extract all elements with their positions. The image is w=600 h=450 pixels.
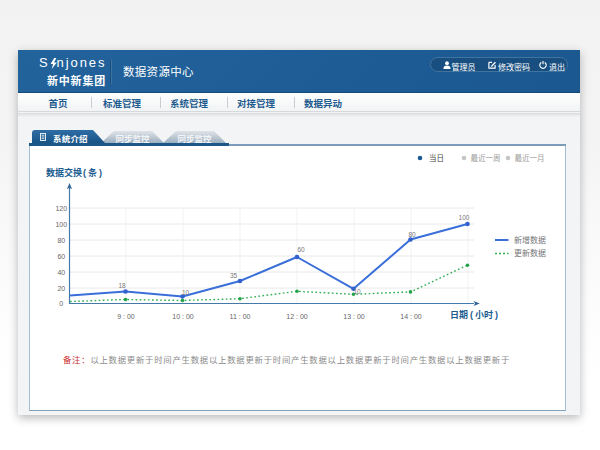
- svg-text:当日: 当日: [429, 153, 444, 163]
- svg-text:11 : 00: 11 : 00: [230, 313, 251, 320]
- svg-text:60: 60: [57, 253, 65, 260]
- svg-text:20: 20: [57, 285, 65, 292]
- svg-text:120: 120: [55, 205, 67, 212]
- svg-text:最近一月: 最近一月: [515, 153, 545, 163]
- svg-text:18: 18: [118, 282, 126, 289]
- svg-text:0: 0: [59, 300, 63, 307]
- svg-text:12 : 00: 12 : 00: [286, 313, 308, 320]
- svg-text:35: 35: [230, 272, 238, 279]
- svg-text:14 : 00: 14 : 00: [400, 313, 422, 320]
- svg-text:13 : 00: 13 : 00: [343, 313, 365, 320]
- svg-text:80: 80: [408, 231, 416, 238]
- svg-text:9 : 00: 9 : 00: [117, 313, 135, 320]
- svg-text:40: 40: [57, 269, 65, 276]
- svg-text:10 : 00: 10 : 00: [172, 313, 194, 320]
- svg-text:新增数据: 新增数据: [514, 235, 546, 245]
- svg-text:更新数据: 更新数据: [514, 248, 546, 258]
- svg-text:100: 100: [459, 214, 470, 221]
- svg-text:10: 10: [353, 288, 361, 295]
- svg-text:80: 80: [57, 237, 65, 244]
- svg-text:数据交换(条): 数据交换(条): [46, 167, 102, 178]
- svg-text:最近一周: 最近一周: [471, 153, 501, 163]
- svg-text:日期(小时): 日期(小时): [450, 309, 498, 320]
- svg-text:100: 100: [55, 221, 67, 228]
- svg-text:60: 60: [297, 246, 305, 253]
- svg-text:10: 10: [182, 289, 190, 296]
